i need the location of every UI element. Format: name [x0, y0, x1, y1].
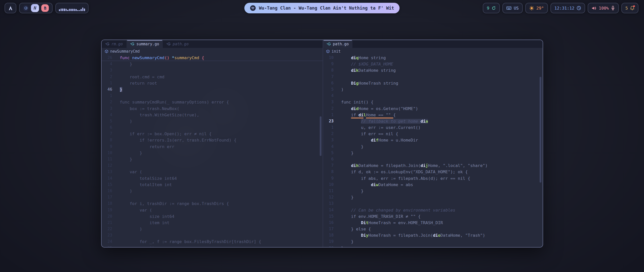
code-text: } — [120, 61, 132, 67]
now-playing-widget[interactable]: Wu-Tang Clan - Wu-Tang Clan Ain't Nuthin… — [244, 3, 399, 13]
keyboard-layout-widget[interactable]: US — [502, 3, 523, 13]
code-line: 1 u, err := user.Current() — [323, 124, 543, 131]
code-text: if !errors.Is(err, trash.ErrNotFound) { — [120, 137, 236, 143]
tab-rm-go[interactable]: rm.go — [102, 40, 127, 48]
tab-path-go-left[interactable]: path.go — [163, 40, 192, 48]
code-text: } — [341, 188, 364, 194]
tab-label: summary.go — [136, 42, 159, 46]
code-text: DitHomeTrash = env.HOME_TRASH_DIR — [341, 220, 443, 226]
code-text: if abs, err := filepath.Abs(d); err == n… — [341, 175, 470, 182]
line-number: 13 — [323, 200, 338, 207]
editor-pane-left[interactable]: rm.go summary.go path.go — [102, 40, 323, 247]
go-lang-icon — [130, 42, 135, 46]
line-number: 11 — [102, 156, 116, 162]
code-line: 8 if d, ok := os.LookupEnv("XDG_DATA_HOM… — [323, 169, 543, 175]
clock-icon — [577, 6, 581, 10]
line-number: 7 — [102, 131, 116, 137]
code-text: var ( — [120, 169, 142, 175]
visualizer-bar — [80, 9, 82, 11]
code-line: 11 } — [323, 188, 543, 194]
code-line: 3 box := trash.NewBox( — [102, 106, 323, 112]
line-number: 10 — [102, 150, 116, 156]
visualizer-bars — [59, 5, 85, 11]
code-line: 8 if !errors.Is(err, trash.ErrNotFound) … — [102, 137, 323, 143]
microphone-icon — [611, 6, 615, 10]
weather-widget[interactable]: 29° — [525, 3, 548, 13]
code-line: 6 — [323, 156, 543, 162]
line-number: 3 — [102, 106, 116, 112]
document-app-button[interactable] — [41, 4, 49, 12]
code-text: return root — [120, 80, 157, 86]
visualizer-bar — [72, 9, 73, 11]
document-icon — [43, 6, 47, 10]
visualizer-bar — [84, 9, 85, 11]
clock-time: 12:31:12 — [554, 6, 574, 11]
line-number: 19 — [102, 207, 116, 213]
code-line: 12 — [102, 162, 323, 169]
line-number: 15 — [323, 213, 338, 220]
right-code-area[interactable]: 10 diqHome string9 // $XDG_DATA_HOME8 di… — [323, 55, 543, 247]
line-number: 4 — [102, 112, 116, 118]
line-number: 23 — [102, 232, 116, 239]
right-scrollbar-thumb[interactable] — [540, 77, 541, 183]
code-line: 14 // Can be changed by environment vari… — [323, 207, 543, 213]
code-text: } — [120, 156, 132, 162]
code-text: ) — [120, 226, 142, 232]
neovim-app-button[interactable]: N — [31, 4, 39, 12]
code-line: 2 didHome = os.Getenv("HOME") — [323, 106, 543, 112]
code-line: 10 } — [102, 150, 323, 156]
tab-summary-go[interactable]: summary.go — [127, 40, 163, 48]
code-line: 18 DiyHomeTrash = filepath.Join(dioDataH… — [323, 232, 543, 239]
line-number: 8 — [323, 169, 338, 175]
code-line: 17 } else { — [323, 226, 543, 232]
visualizer-bar — [61, 9, 62, 11]
left-scrollbar-thumb[interactable] — [320, 116, 321, 156]
code-line: 23 — [102, 232, 323, 239]
right-tabbar: path.go — [323, 40, 543, 48]
code-line: 9 // $XDG_DATA_HOME — [323, 61, 543, 67]
code-text: ) — [341, 86, 344, 93]
tab-label: rm.go — [111, 42, 123, 46]
notifications-widget[interactable]: 5 — [621, 3, 638, 13]
code-line: 21 item int — [102, 220, 323, 226]
code-text: } else { — [341, 226, 371, 232]
code-text: dihDataHome = filepath.Join(dijHome, ".l… — [341, 162, 488, 169]
neovim-icon: N — [34, 6, 36, 11]
notification-count: 5 — [625, 6, 628, 11]
browser-app-button[interactable] — [23, 5, 29, 11]
line-number: 12 — [323, 194, 338, 200]
code-line: 4 — [323, 93, 543, 99]
code-text: ) — [120, 118, 132, 124]
clock-widget[interactable]: 12:31:12 — [550, 3, 585, 13]
left-code-area[interactable]: 26func newSummaryCmd() *summaryCmd {4 }3… — [102, 55, 323, 247]
code-line: 16 ) — [102, 188, 323, 194]
editor-pane-right[interactable]: path.go init 10 diqHome string9 // $XDG_… — [323, 40, 543, 247]
code-line: 4 } — [323, 144, 543, 150]
code-line: 15 if env.HOME_TRASH_DIR ≠ "" { — [323, 213, 543, 220]
line-number: 4 — [102, 61, 116, 67]
code-line: 5 } — [323, 150, 543, 156]
line-number: 20 — [102, 213, 116, 220]
code-line: 7 if err := box.Open(); err ≠ nil { — [102, 131, 323, 137]
code-text: } — [120, 150, 142, 156]
visualizer-bar — [74, 9, 75, 11]
volume-widget[interactable]: 100% — [588, 3, 619, 13]
launcher-button[interactable] — [5, 3, 16, 13]
updates-widget[interactable]: 9 — [483, 3, 500, 13]
code-text: func summaryCmdRun(_ summaryOptions) err… — [120, 99, 229, 105]
line-number: 15 — [102, 182, 116, 188]
code-line: 5) — [323, 86, 543, 93]
audio-visualizer[interactable] — [55, 3, 89, 13]
code-line: 19 } — [323, 239, 543, 245]
tab-path-go[interactable]: path.go — [323, 40, 352, 48]
code-text: var ( — [120, 207, 152, 213]
code-text: ) — [120, 188, 132, 194]
line-number: 46 — [102, 86, 116, 93]
visualizer-bar — [70, 9, 72, 11]
code-line: 14 totalSize int64 — [102, 175, 323, 182]
line-number: 5 — [102, 118, 116, 124]
code-text: item int — [120, 220, 169, 226]
line-number: 10 — [323, 55, 338, 61]
visualizer-bar — [59, 9, 60, 11]
code-line: 2func summaryCmdRun(_ summaryOptions) er… — [102, 99, 323, 105]
